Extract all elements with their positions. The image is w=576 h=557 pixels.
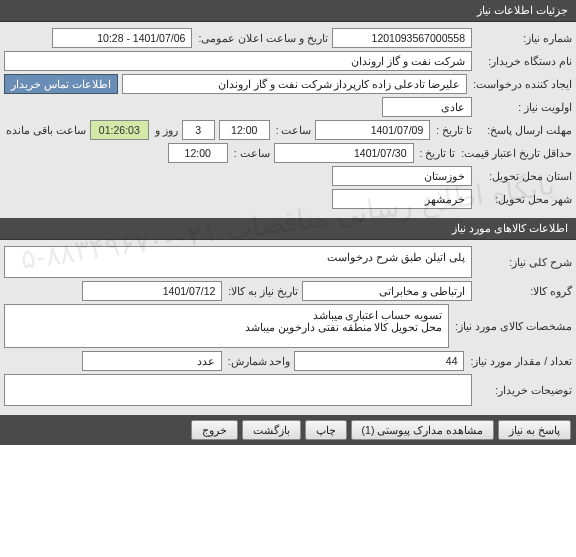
priority-label: اولویت نیاز : [476,101,572,113]
exit-button[interactable]: خروج [191,420,238,440]
requester-label: ایجاد کننده درخواست: [471,78,572,90]
buyer-notes-field [4,374,472,406]
buyer-contact-button[interactable]: اطلاعات تماس خریدار [4,74,118,94]
province-label: استان محل تحویل: [476,170,572,182]
countdown-field: 01:26:03 [90,120,149,140]
reply-to-date-field: 1401/07/09 [315,120,430,140]
need-no-label: شماره نیاز: [476,32,572,44]
priority-field: عادی [382,97,472,117]
buyer-field: شرکت نفت و گاز اروندان [4,51,472,71]
need-by-label: تاریخ نیاز به کالا: [226,285,298,297]
back-button[interactable]: بازگشت [242,420,301,440]
footer-toolbar: پاسخ به نیاز مشاهده مدارک پیوستی (1) چاپ… [0,415,576,445]
need-details-header: جزئیات اطلاعات نیاز [0,0,576,22]
product-info-header: اطلاعات کالاهای مورد نیاز [0,218,576,240]
price-validity-label: حداقل تاریخ اعتبار قیمت: [459,147,572,159]
attachments-button[interactable]: مشاهده مدارک پیوستی (1) [351,420,495,440]
price-to-date-label: تا تاریخ : [418,147,456,159]
price-hour-field: 12:00 [168,143,228,163]
product-spec-field: تسویه حساب اعتباری میباشد محل تحویل کالا… [4,304,449,348]
product-spec-label: مشخصات کالای مورد نیاز: [453,320,572,332]
need-no-field: 1201093567000558 [332,28,472,48]
province-field: خوزستان [332,166,472,186]
day-and-label: روز و [153,124,178,136]
product-group-field: ارتباطی و مخابراتی [302,281,472,301]
reply-to-date-label: تا تاریخ : [434,124,472,136]
reply-button[interactable]: پاسخ به نیاز [498,420,571,440]
qty-label: تعداد / مقدار مورد نیاز: [468,355,572,367]
print-button[interactable]: چاپ [305,420,347,440]
unit-label: واحد شمارش: [226,355,291,367]
buyer-label: نام دستگاه خریدار: [476,55,572,67]
unit-field: عدد [82,351,222,371]
days-left-field: 3 [182,120,215,140]
requester-field: علیرضا تادعلی زاده کارپرداز شرکت نفت و گ… [122,74,467,94]
product-group-label: گروه کالا: [476,285,572,297]
price-hour-label: ساعت : [232,147,270,159]
reply-hour-field: 12:00 [219,120,270,140]
reply-deadline-label: مهلت ارسال پاسخ: [476,124,572,136]
general-desc-label: شرح کلی نیاز: [476,256,572,268]
city-field: خرمشهر [332,189,472,209]
reply-hour-label: ساعت : [274,124,312,136]
qty-field: 44 [294,351,464,371]
city-label: شهر محل تحویل: [476,193,572,205]
hours-left-label: ساعت باقی مانده [4,124,86,136]
buyer-notes-label: توضیحات خریدار: [476,384,572,396]
need-by-field: 1401/07/12 [82,281,222,301]
general-desc-field: پلی اتیلن طبق شرح درخواست [4,246,472,278]
need-details-body: شماره نیاز: 1201093567000558 تاریخ و ساع… [0,22,576,218]
product-info-body: شرح کلی نیاز: پلی اتیلن طبق شرح درخواست … [0,240,576,415]
announce-label: تاریخ و ساعت اعلان عمومی: [196,32,328,44]
price-to-date-field: 1401/07/30 [274,143,414,163]
announce-field: 1401/07/06 - 10:28 [52,28,192,48]
